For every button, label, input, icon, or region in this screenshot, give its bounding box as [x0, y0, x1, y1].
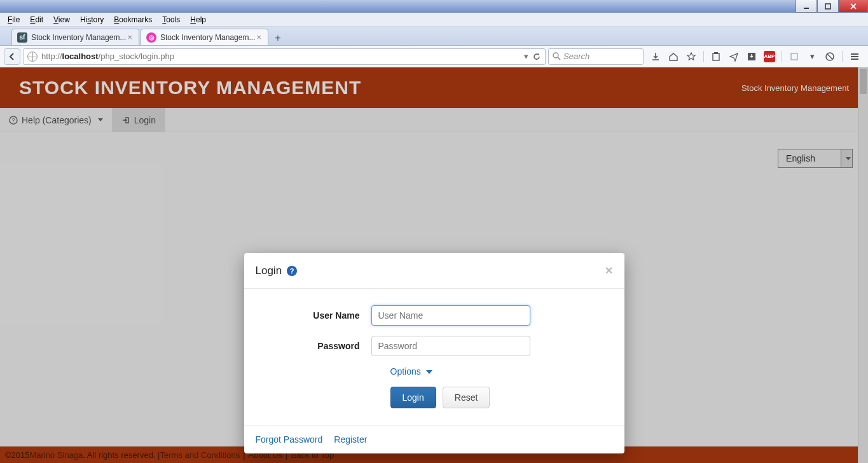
clipboard-icon[interactable] — [710, 51, 722, 62]
modal-body: User Name Password Options Login Reset — [244, 289, 624, 425]
options-label: Options — [390, 366, 421, 377]
options-toggle[interactable]: Options — [390, 366, 432, 377]
toolbar-icons: ABP ▾ — [646, 51, 864, 62]
browser-tabstrip: sf Stock Inventory Managem... × ◎ Stock … — [0, 27, 868, 46]
favicon-icon: sf — [17, 32, 27, 43]
modal-header: Login ? × — [244, 253, 624, 289]
tab-close-icon[interactable]: × — [255, 32, 263, 42]
abp-icon[interactable]: ABP — [764, 51, 775, 62]
favicon-icon: ◎ — [146, 32, 156, 43]
separator — [842, 51, 843, 62]
separator — [782, 51, 782, 62]
url-actions: ▾ — [524, 52, 541, 61]
svg-rect-5 — [714, 52, 718, 54]
url-field[interactable]: http://localhost/php_stock/login.php ▾ — [23, 48, 546, 65]
reset-button[interactable]: Reset — [443, 387, 490, 408]
browser-menubar: File Edit View History Bookmarks Tools H… — [0, 13, 868, 27]
globe-icon — [27, 52, 38, 62]
url-prefix: http:// — [41, 52, 62, 61]
modal-footer: Forgot Password Register — [244, 425, 624, 453]
svg-rect-0 — [804, 8, 809, 9]
close-window-button[interactable] — [839, 0, 868, 13]
dropdown-icon[interactable]: ▾ — [524, 52, 528, 61]
tab-label: Stock Inventory Managem... — [160, 33, 255, 42]
username-input[interactable] — [371, 305, 530, 326]
url-host: localhost — [62, 52, 99, 61]
downloads-icon[interactable] — [650, 51, 661, 62]
url-text: http://localhost/php_stock/login.php — [41, 52, 174, 61]
forgot-password-link[interactable]: Forgot Password — [256, 434, 323, 445]
minimize-button[interactable] — [796, 0, 817, 13]
menu-edit[interactable]: Edit — [25, 14, 48, 25]
maximize-button[interactable] — [817, 0, 839, 13]
register-link[interactable]: Register — [334, 434, 367, 445]
menu-tools[interactable]: Tools — [157, 14, 185, 25]
search-field[interactable]: Search — [548, 48, 644, 65]
password-label: Password — [263, 341, 371, 351]
puzzle-icon[interactable] — [789, 51, 800, 62]
menu-bookmarks[interactable]: Bookmarks — [109, 14, 157, 25]
button-row: Login Reset — [263, 387, 605, 408]
window-titlebar — [0, 0, 868, 13]
bookmark-star-icon[interactable] — [685, 51, 697, 62]
reset-button-label: Reset — [455, 392, 478, 403]
search-placeholder: Search — [563, 52, 589, 61]
new-tab-button[interactable]: + — [270, 31, 286, 45]
tab-close-icon[interactable]: × — [126, 32, 134, 42]
window-controls — [796, 0, 868, 13]
login-button-label: Login — [403, 392, 424, 403]
chevron-down-icon — [426, 370, 432, 374]
svg-rect-1 — [825, 4, 830, 9]
reload-icon[interactable] — [532, 52, 541, 61]
page-viewport: STOCK INVENTORY MANAGEMENT Stock Invento… — [0, 67, 868, 463]
tab-label: Stock Inventory Managem... — [31, 33, 126, 42]
login-button[interactable]: Login — [390, 387, 436, 408]
hamburger-icon[interactable] — [849, 51, 860, 62]
svg-point-2 — [553, 53, 558, 58]
noscript-icon[interactable] — [824, 51, 836, 62]
browser-tab-0[interactable]: sf Stock Inventory Managem... × — [11, 29, 139, 45]
download-box-icon[interactable] — [746, 51, 757, 62]
separator — [703, 51, 704, 62]
username-row: User Name — [263, 305, 605, 326]
search-icon — [553, 52, 561, 60]
url-path: /php_stock/login.php — [99, 52, 174, 61]
svg-line-3 — [558, 57, 560, 60]
modal-title: Login — [256, 265, 282, 277]
login-modal: Login ? × User Name Password Options — [244, 253, 624, 453]
menu-help[interactable]: Help — [185, 14, 211, 25]
browser-navbar: http://localhost/php_stock/login.php ▾ S… — [0, 46, 868, 67]
browser-tab-1[interactable]: ◎ Stock Inventory Managem... × — [141, 29, 268, 45]
menu-view[interactable]: View — [48, 14, 75, 25]
menu-file[interactable]: File — [3, 14, 25, 25]
svg-rect-7 — [791, 53, 797, 60]
help-icon[interactable]: ? — [287, 266, 297, 276]
username-label: User Name — [263, 310, 371, 321]
send-icon[interactable] — [728, 51, 740, 62]
svg-rect-4 — [713, 53, 719, 60]
back-button[interactable] — [4, 48, 20, 65]
chevron-down-icon[interactable]: ▾ — [806, 51, 818, 62]
close-icon[interactable]: × — [605, 263, 613, 278]
password-row: Password — [263, 336, 605, 356]
menu-history[interactable]: History — [75, 14, 109, 25]
password-input[interactable] — [371, 336, 530, 356]
options-row: Options — [263, 366, 605, 377]
home-icon[interactable] — [668, 51, 679, 62]
